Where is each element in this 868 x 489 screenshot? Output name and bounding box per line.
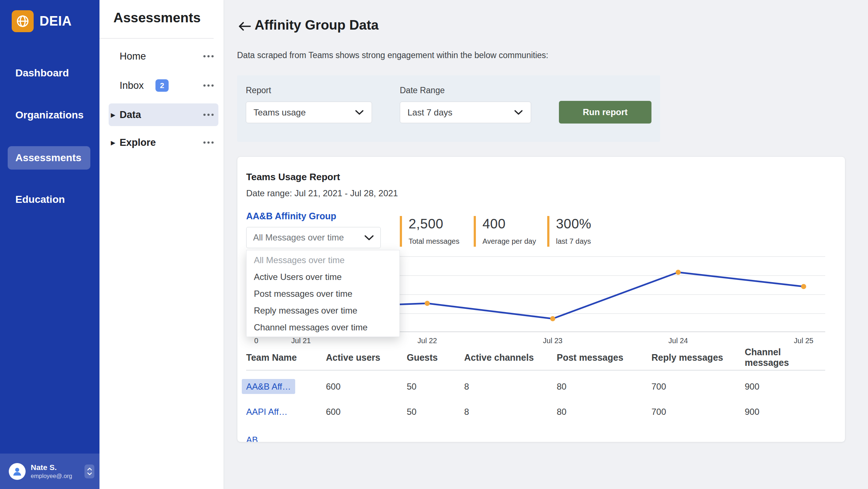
item-label: Data — [120, 109, 141, 121]
cell-reply-messages: 700 — [651, 382, 745, 392]
report-filter-panel: Report Teams usage Date Range Last 7 day… — [237, 75, 660, 142]
column-header: Guests — [407, 352, 464, 363]
app-brand: DEIA — [12, 10, 72, 32]
user-avatar — [9, 463, 26, 480]
team-link-partial[interactable]: AB… — [246, 435, 267, 442]
date-range-select-value: Last 7 days — [407, 107, 452, 118]
expand-icon[interactable]: ▶ — [111, 139, 115, 146]
person-icon — [12, 466, 23, 477]
axis-label-jul-22: Jul 22 — [417, 337, 437, 345]
brand-name: DEIA — [40, 14, 72, 29]
column-header: Team Name — [246, 352, 326, 363]
user-menu-toggle[interactable] — [84, 465, 94, 478]
axis-label-jul-25: Jul 25 — [794, 337, 813, 345]
sidebar-item-data[interactable]: ▶ Data — [99, 103, 223, 127]
teams-usage-report-card: Teams Usage Report Date range: Jul 21, 2… — [237, 156, 845, 442]
chevron-down-icon — [514, 109, 523, 115]
sidebar-item-assessments[interactable]: Assessments — [8, 146, 90, 170]
cell-post-messages: 80 — [557, 407, 651, 417]
report-date-range: Date range: Jul 21, 2021 - Jul 28, 2021 — [246, 188, 398, 198]
cell-active-channels: 8 — [464, 407, 557, 417]
cell-active-users: 600 — [326, 407, 407, 417]
menu-option-reply-messages[interactable]: Reply messages over time — [247, 302, 399, 319]
stat-label: last 7 days — [556, 237, 591, 246]
cell-reply-messages: 700 — [651, 407, 745, 417]
table-row: AA&B Aff… 600 50 8 80 700 900 — [246, 374, 825, 399]
team-link-aapi[interactable]: AAPI Aff… — [246, 407, 288, 417]
divider — [246, 370, 825, 371]
stat-value: 300% — [556, 216, 591, 232]
table-header-row: Team Name Active users Guests Active cha… — [246, 347, 825, 367]
menu-option-post-messages[interactable]: Post messages over time — [247, 285, 399, 302]
expand-icon[interactable]: ▶ — [111, 111, 115, 118]
metric-select-value: All Messages over time — [253, 232, 344, 243]
sidebar-item-inbox[interactable]: Inbox 2 — [99, 73, 223, 98]
item-label: Inbox — [120, 80, 144, 91]
back-arrow-icon — [237, 20, 252, 32]
user-name: Nate S. — [31, 463, 72, 472]
metric-select-menu: All Messages over time Active Users over… — [246, 250, 400, 337]
more-options-icon[interactable] — [202, 139, 215, 147]
stat-average-per-day: 400 Average per day — [474, 216, 536, 247]
more-options-icon[interactable] — [202, 52, 215, 60]
column-header: Reply messages — [651, 352, 745, 363]
axis-label-jul-24: Jul 24 — [668, 337, 688, 345]
stat-value: 2,500 — [409, 216, 459, 232]
back-button[interactable] — [237, 20, 252, 34]
cell-active-users: 600 — [326, 382, 407, 392]
more-options-icon[interactable] — [202, 82, 215, 90]
page-title: Affinity Group Data — [255, 18, 379, 33]
table-row-partial: AB… — [246, 427, 825, 442]
report-select[interactable]: Teams usage — [246, 102, 372, 123]
column-header: Active users — [326, 352, 407, 363]
divider — [99, 38, 214, 39]
stat-value: 400 — [482, 216, 536, 232]
column-header: Channel messages — [745, 347, 825, 368]
date-range-label: Date Range — [400, 86, 445, 95]
sidebar-item-home[interactable]: Home — [99, 44, 223, 68]
item-label: Explore — [120, 137, 156, 148]
more-options-icon[interactable] — [202, 111, 215, 119]
sidebar-item-dashboard[interactable]: Dashboard — [0, 61, 99, 85]
axis-label-jul-23: Jul 23 — [543, 337, 562, 345]
cell-guests: 50 — [407, 382, 464, 392]
menu-option-all-messages[interactable]: All Messages over time — [247, 252, 399, 269]
cell-channel-messages: 900 — [745, 382, 825, 392]
stat-label: Total messages — [409, 237, 459, 246]
main-content: Affinity Group Data Data scraped from Te… — [223, 0, 868, 489]
chevron-down-icon — [354, 109, 364, 115]
team-link-aab[interactable]: AA&B Aff… — [242, 379, 295, 394]
inbox-count-badge: 2 — [155, 79, 169, 92]
user-email: employee@.org — [31, 473, 72, 479]
stat-last-7-days: 300% last 7 days — [547, 216, 591, 247]
panel-title: Assessments — [113, 10, 201, 26]
metric-select[interactable]: All Messages over time — [246, 227, 381, 248]
cell-channel-messages: 900 — [745, 407, 825, 417]
item-label: Home — [120, 51, 146, 62]
page-subtitle: Data scraped from Teams shows strong eng… — [237, 50, 548, 60]
cell-post-messages: 80 — [557, 382, 651, 392]
report-label: Report — [246, 86, 271, 95]
app-sidebar: DEIA Dashboard Organizations Assessments… — [0, 0, 99, 489]
user-card: Nate S. employee@.org — [0, 454, 99, 489]
chevron-down-icon — [364, 234, 375, 241]
stat-total-messages: 2,500 Total messages — [400, 216, 459, 247]
date-range-select[interactable]: Last 7 days — [400, 102, 531, 123]
column-header: Post messages — [557, 352, 651, 363]
cell-active-channels: 8 — [464, 382, 557, 392]
stat-label: Average per day — [482, 237, 536, 246]
affinity-group-link[interactable]: AA&B Affinity Group — [246, 211, 336, 221]
axis-origin-label: 0 — [254, 337, 258, 345]
run-report-button[interactable]: Run report — [559, 101, 651, 124]
sidebar-item-education[interactable]: Education — [0, 188, 99, 211]
chevron-updown-icon — [87, 466, 93, 477]
report-title: Teams Usage Report — [246, 171, 340, 183]
menu-option-active-users[interactable]: Active Users over time — [247, 269, 399, 285]
menu-option-channel-messages[interactable]: Channel messages over time — [247, 319, 399, 336]
cell-guests: 50 — [407, 407, 464, 417]
sidebar-item-organizations[interactable]: Organizations — [0, 103, 99, 127]
table-row: AAPI Aff… 600 50 8 80 700 900 — [246, 399, 825, 425]
assessments-panel: Assessments Home Inbox 2 ▶ Data ▶ Explor… — [99, 0, 223, 489]
report-select-value: Teams usage — [253, 107, 306, 118]
sidebar-item-explore[interactable]: ▶ Explore — [99, 130, 223, 155]
